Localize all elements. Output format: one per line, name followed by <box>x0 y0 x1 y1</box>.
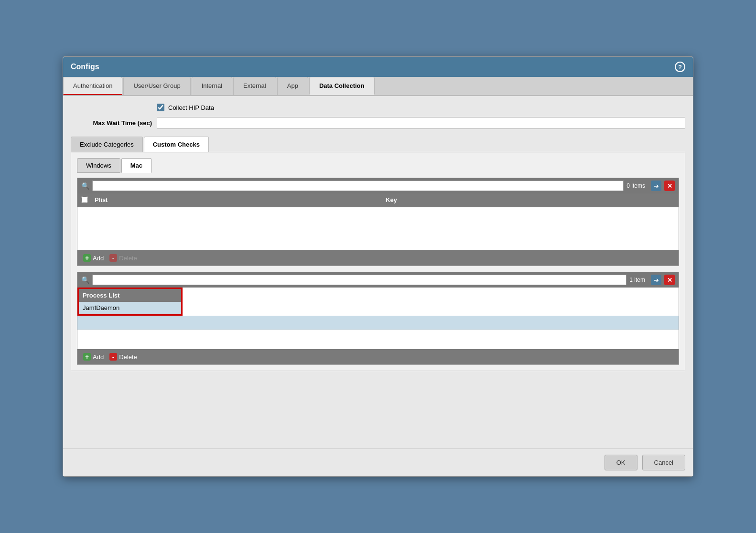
plist-section: 🔍 0 items ➔ ✕ Plist Key + <box>77 178 679 266</box>
configs-dialog: Configs ? Authentication User/User Group… <box>63 56 693 477</box>
inner-content: Windows Mac 🔍 0 items ➔ ✕ <box>71 152 685 371</box>
process-plus-icon: + <box>83 353 91 361</box>
ok-button[interactable]: OK <box>605 455 637 470</box>
plist-col-key: Key <box>384 196 675 204</box>
tab-mac[interactable]: Mac <box>121 158 151 173</box>
process-list-header-label: Process List <box>83 292 119 299</box>
process-section: 🔍 1 item ➔ ✕ Process List JamfDaemon <box>77 272 679 365</box>
max-wait-input[interactable]: 20 <box>157 117 685 129</box>
process-list-item[interactable]: JamfDaemon <box>79 302 181 314</box>
process-delete-button[interactable]: - Delete <box>109 353 137 361</box>
plist-checkbox-col <box>81 196 93 204</box>
cancel-button[interactable]: Cancel <box>642 455 685 470</box>
plist-search-icon: 🔍 <box>81 182 89 190</box>
tab-authentication[interactable]: Authentication <box>63 77 122 95</box>
tab-custom-checks[interactable]: Custom Checks <box>144 137 209 152</box>
plist-plus-icon: + <box>83 254 91 262</box>
process-item-label: JamfDaemon <box>83 304 119 311</box>
plist-arrow-icon[interactable]: ➔ <box>651 181 661 191</box>
dialog-title: Configs <box>71 63 99 71</box>
tab-app[interactable]: App <box>277 77 308 95</box>
process-search-row: 🔍 1 item ➔ ✕ <box>77 272 679 288</box>
tabs-bar: Authentication User/User Group Internal … <box>63 77 693 96</box>
os-tabs-bar: Windows Mac <box>77 158 679 173</box>
plist-delete-button[interactable]: - Delete <box>109 254 137 262</box>
max-wait-label: Max Wait Time (sec) <box>71 119 152 127</box>
process-minus-icon: - <box>109 353 117 361</box>
process-close-icon[interactable]: ✕ <box>664 275 675 285</box>
plist-items-count: 0 items <box>626 182 645 189</box>
max-wait-row: Max Wait Time (sec) 20 <box>71 117 685 129</box>
process-table-body-extra <box>77 330 679 349</box>
tab-data-collection[interactable]: Data Collection <box>309 77 375 95</box>
tab-external[interactable]: External <box>233 77 276 95</box>
plist-add-label: Add <box>93 255 104 262</box>
process-list-header: Process List <box>79 289 181 302</box>
process-search-input[interactable] <box>92 275 626 285</box>
inner-tabs-bar: Exclude Categories Custom Checks <box>71 137 685 152</box>
collect-hip-row: Collect HIP Data <box>157 104 685 111</box>
plist-col-plist: Plist <box>93 196 384 204</box>
plist-close-icon[interactable]: ✕ <box>664 181 675 191</box>
process-items-count: 1 item <box>629 277 645 283</box>
plist-search-row: 🔍 0 items ➔ ✕ <box>77 178 679 193</box>
plist-table-body <box>77 207 679 250</box>
plist-add-button[interactable]: + Add <box>83 254 104 262</box>
collect-hip-checkbox[interactable] <box>157 104 164 111</box>
process-search-icon: 🔍 <box>81 276 89 284</box>
plist-search-input[interactable] <box>92 181 624 191</box>
process-highlight-box: Process List JamfDaemon <box>77 288 183 316</box>
plist-table-header: Plist Key <box>77 193 679 207</box>
collect-hip-label: Collect HIP Data <box>168 104 214 111</box>
process-arrow-icon[interactable]: ➔ <box>651 275 661 285</box>
tab-internal[interactable]: Internal <box>192 77 232 95</box>
dialog-titlebar: Configs ? <box>63 57 693 77</box>
tab-exclude-categories[interactable]: Exclude Categories <box>71 137 143 152</box>
plist-select-all-checkbox[interactable] <box>81 196 88 203</box>
help-icon[interactable]: ? <box>675 62 685 72</box>
tab-windows[interactable]: Windows <box>77 158 120 173</box>
process-add-label: Add <box>93 353 104 361</box>
dialog-content: Collect HIP Data Max Wait Time (sec) 20 … <box>63 96 693 448</box>
process-add-button[interactable]: + Add <box>83 353 104 361</box>
plist-delete-label: Delete <box>119 255 137 262</box>
process-item-extended <box>77 316 679 330</box>
process-section-footer: + Add - Delete <box>77 349 679 364</box>
tab-user-user-group[interactable]: User/User Group <box>123 77 190 95</box>
plist-minus-icon: - <box>109 254 117 262</box>
process-delete-label: Delete <box>119 353 137 361</box>
plist-section-footer: + Add - Delete <box>77 250 679 266</box>
dialog-footer: OK Cancel <box>63 448 693 476</box>
